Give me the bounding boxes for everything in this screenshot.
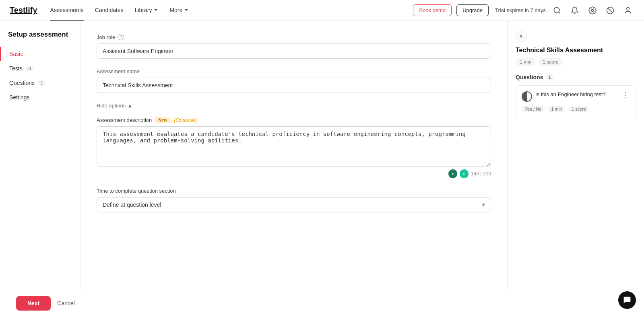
form-footer: Next Cancel — [0, 290, 644, 317]
upgrade-button[interactable]: Upgrade — [456, 4, 489, 16]
ai-icon[interactable]: ✦ — [448, 169, 457, 178]
svg-point-4 — [627, 7, 630, 10]
assessment-desc-label: Assessment description — [97, 117, 152, 123]
char-count: 149 / 200 — [471, 171, 491, 177]
nav-links: Assessments Candidates Library More — [50, 0, 413, 21]
time-complete-group: Time to complete question section Define… — [97, 188, 491, 212]
flag-button[interactable] — [604, 4, 617, 17]
right-panel: Technical Skills Assessment 1 min 1 scor… — [507, 21, 644, 317]
svg-point-1 — [592, 9, 594, 11]
sidebar-title: Setup assessment — [0, 31, 80, 47]
book-demo-button[interactable]: Book demo — [413, 4, 452, 16]
nav-assessments[interactable]: Assessments — [50, 0, 84, 21]
navbar: Testlify Assessments Candidates Library … — [0, 0, 644, 21]
question-min-badge: 1 min — [548, 106, 565, 112]
question-score-badge: 1 score — [568, 106, 589, 112]
sidebar-item-questions-label: Questions — [9, 80, 35, 86]
notifications-button[interactable] — [568, 4, 581, 17]
assessment-desc-group: Assessment description New (Optional) Th… — [97, 117, 491, 178]
optional-text: (Optional) — [174, 117, 197, 123]
main-content: Job role ? Assessment name Hide options … — [80, 21, 507, 317]
assessment-name-input[interactable] — [97, 78, 491, 93]
time-complete-label: Time to complete question section — [97, 188, 491, 194]
hide-options-button[interactable]: Hide options ▲ — [97, 103, 132, 109]
chat-button[interactable] — [618, 291, 636, 309]
job-role-help-icon[interactable]: ? — [118, 34, 124, 40]
panel-collapse-button[interactable] — [516, 31, 527, 42]
cancel-button[interactable]: Cancel — [57, 300, 75, 307]
nav-actions: Book demo Upgrade Trial expires in 7 day… — [413, 4, 634, 17]
sidebar-item-questions[interactable]: Questions 1 — [0, 76, 80, 90]
question-text: Is this an Engineer hiring test? — [535, 91, 621, 97]
question-meta: Yes / No 1 min 1 score — [522, 106, 630, 112]
panel-title: Technical Skills Assessment — [516, 47, 636, 54]
assessment-name-label: Assessment name — [97, 68, 491, 74]
question-type-icon — [522, 91, 532, 102]
trial-badge: Trial expires in 7 days — [495, 7, 546, 13]
next-button[interactable]: Next — [16, 296, 51, 311]
question-card-header: Is this an Engineer hiring test? ⋮ — [522, 91, 630, 102]
questions-badge: 1 — [38, 80, 46, 86]
time-complete-select[interactable]: Define at question level — [97, 197, 491, 212]
questions-count-badge: 1 — [545, 74, 553, 80]
assessment-name-group: Assessment name — [97, 68, 491, 93]
sidebar-item-settings-label: Settings — [9, 94, 30, 101]
job-role-input[interactable] — [97, 43, 491, 59]
sidebar-item-tests[interactable]: Tests 0 — [0, 61, 80, 76]
main-layout: Setup assessment Basic Tests 0 Questions… — [0, 21, 644, 317]
tests-badge: 0 — [26, 66, 34, 71]
svg-line-3 — [608, 8, 613, 13]
job-role-label: Job role ? — [97, 34, 491, 40]
panel-badge-min: 1 min — [516, 58, 535, 66]
settings-button[interactable] — [586, 4, 599, 17]
time-select-wrapper: Define at question level ▼ — [97, 197, 491, 212]
nav-candidates[interactable]: Candidates — [95, 0, 124, 21]
sidebar-item-basic-label: Basic — [9, 51, 23, 57]
question-card: Is this an Engineer hiring test? ⋮ Yes /… — [516, 85, 636, 118]
new-badge: New — [155, 117, 171, 123]
question-menu-button[interactable]: ⋮ — [621, 91, 630, 99]
search-button[interactable] — [551, 4, 564, 17]
sidebar-item-settings[interactable]: Settings — [0, 90, 80, 105]
sidebar-item-tests-label: Tests — [9, 65, 23, 72]
panel-badges: 1 min 1 score — [516, 58, 636, 66]
panel-badge-score: 1 score — [539, 58, 562, 66]
questions-header: Questions 1 — [516, 74, 636, 80]
question-yes-no-badge: Yes / No — [522, 106, 545, 112]
profile-button[interactable] — [621, 4, 634, 17]
desc-label-row: Assessment description New (Optional) — [97, 117, 491, 123]
nav-more[interactable]: More — [169, 0, 189, 21]
grammarly-icon[interactable]: G — [460, 169, 469, 178]
sidebar: Setup assessment Basic Tests 0 Questions… — [0, 21, 80, 317]
sidebar-item-basic[interactable]: Basic — [0, 47, 80, 61]
nav-library[interactable]: Library — [135, 0, 159, 21]
logo[interactable]: Testlify — [10, 6, 37, 15]
job-role-group: Job role ? — [97, 34, 491, 59]
assessment-desc-textarea[interactable]: This assessment evaluates a candidate's … — [97, 126, 491, 167]
textarea-footer: ✦ G 149 / 200 — [97, 169, 491, 178]
svg-point-0 — [554, 7, 559, 12]
